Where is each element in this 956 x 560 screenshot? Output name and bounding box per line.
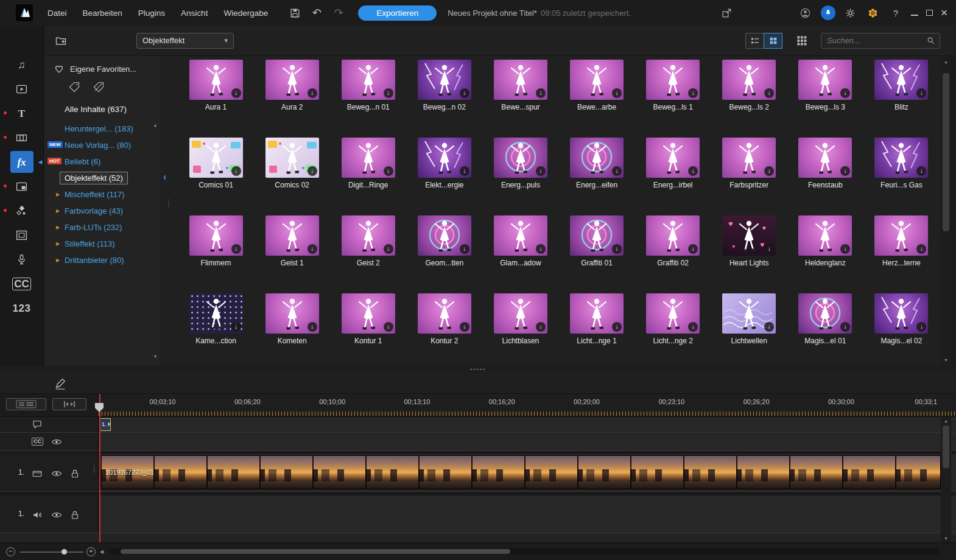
category-dropdown[interactable]: Objekteffekt ▾ <box>136 33 234 49</box>
timeline-ruler[interactable]: 00;03;1000;06;2000;10;0000;13;1000;16;20… <box>99 394 956 417</box>
category-beliebt[interactable]: HOTBeliebt (6) <box>44 153 151 170</box>
effect-item[interactable]: ↓Graffiti 02 <box>635 215 711 293</box>
download-icon[interactable]: ↓ <box>460 322 469 332</box>
scroll-down-icon[interactable]: ▼ <box>152 354 159 359</box>
effect-item[interactable]: ↓Lichtwellen <box>711 293 787 366</box>
timeline-scrollbar-horizontal[interactable] <box>110 548 939 555</box>
menu-bearbeiten[interactable]: Bearbeiten <box>83 9 122 18</box>
window-maximize-button[interactable] <box>926 10 933 16</box>
download-icon[interactable]: ↓ <box>231 244 241 254</box>
effect-thumbnail[interactable]: ↓ <box>722 60 776 100</box>
video-track-lane[interactable]: 1019167273_01 <box>99 454 941 491</box>
category-stileffekt[interactable]: ▶Stileffekt (113) <box>44 236 151 252</box>
download-icon[interactable]: ↓ <box>460 166 469 176</box>
effect-thumbnail[interactable]: ↓ <box>342 138 395 178</box>
effect-item[interactable]: ↓Beweg...ls 3 <box>787 60 863 138</box>
download-icon[interactable]: ↓ <box>612 322 622 332</box>
download-icon[interactable]: ↓ <box>612 244 622 254</box>
effect-thumbnail[interactable]: ↓ <box>646 215 700 256</box>
collapse-library-icon[interactable]: ‹ <box>163 172 166 183</box>
effect-item[interactable]: ↓Flimmern <box>178 215 254 293</box>
category-objekteffekt[interactable]: Objekteffekt (52) <box>44 170 151 186</box>
playhead[interactable] <box>99 394 100 542</box>
draw-tool-icon[interactable] <box>54 377 67 390</box>
effect-thumbnail[interactable]: ↓ <box>646 138 700 178</box>
save-icon[interactable] <box>287 5 302 20</box>
effect-item[interactable]: ↓Comics 01 <box>178 138 254 215</box>
eye-icon[interactable] <box>51 509 62 520</box>
effect-thumbnail[interactable]: ↓ <box>494 215 547 256</box>
list-view-button[interactable] <box>745 33 764 49</box>
effect-item[interactable]: ↓Energ...irbel <box>635 138 711 215</box>
room-button-title-room[interactable]: T <box>10 102 33 124</box>
download-icon[interactable]: ↓ <box>612 166 622 176</box>
window-close-button[interactable]: × <box>941 9 947 17</box>
effect-item[interactable]: ↓Kontur 1 <box>330 293 406 366</box>
effect-item[interactable]: ↓Aura 1 <box>178 60 254 138</box>
effect-thumbnail[interactable]: ↓ <box>189 60 243 100</box>
effect-item[interactable]: ↓Energ...eifen <box>558 138 634 215</box>
effect-item[interactable]: ↓Beweg...n 01 <box>330 60 406 138</box>
room-button-counter-room[interactable]: 123 <box>10 297 33 319</box>
room-button-media-room[interactable] <box>10 78 33 100</box>
effect-item[interactable]: ↓Elekt...ergie <box>406 138 482 215</box>
effect-item[interactable]: ↓Magis...el 01 <box>787 293 863 366</box>
category-drittanbieter[interactable]: ▶Drittanbieter (80) <box>44 252 151 268</box>
scroll-down-icon[interactable]: ▼ <box>941 536 951 541</box>
download-icon[interactable]: ↓ <box>231 88 241 98</box>
snap-to-clips-button[interactable] <box>52 398 86 410</box>
effect-item[interactable]: ↓Kometen <box>254 293 330 366</box>
marker-clip[interactable]: 1. K <box>100 418 111 431</box>
effect-item[interactable]: ↓Comics 02 <box>254 138 330 215</box>
download-icon[interactable]: ↓ <box>536 322 546 332</box>
effect-thumbnail[interactable]: ↓ <box>342 293 395 334</box>
scrollbar-thumb[interactable] <box>943 425 949 468</box>
download-icon[interactable]: ↓ <box>384 322 393 332</box>
eye-icon[interactable] <box>51 468 62 479</box>
download-icon[interactable]: ↓ <box>536 244 546 254</box>
effect-thumbnail[interactable]: ↓ <box>418 293 471 334</box>
favorites-section[interactable]: Eigene Favoriten... <box>54 63 136 74</box>
download-icon[interactable]: ↓ <box>231 166 241 176</box>
room-button-music-room[interactable]: ♫ <box>10 54 33 75</box>
import-media-button[interactable] <box>54 33 68 48</box>
menu-plugins[interactable]: Plugins <box>138 9 165 18</box>
scroll-up-icon[interactable]: ▲ <box>941 419 951 423</box>
effect-item[interactable]: ↓Kame...ction <box>178 293 254 366</box>
subtitle-track-icon[interactable]: CC <box>32 438 43 446</box>
effect-item[interactable]: ↓Geom...tten <box>406 215 482 293</box>
download-icon[interactable]: ↓ <box>460 88 469 98</box>
effect-item[interactable]: ↓Glam...adow <box>482 215 558 293</box>
download-icon[interactable]: ↓ <box>308 166 317 176</box>
undock-window-icon[interactable] <box>720 5 734 20</box>
effect-item[interactable]: ↓Aura 2 <box>254 60 330 138</box>
effect-thumbnail[interactable]: ↓ <box>265 138 319 178</box>
zoom-slider-handle[interactable] <box>62 549 67 555</box>
lock-icon[interactable] <box>69 468 80 479</box>
room-button-particle-room[interactable] <box>10 200 33 222</box>
comment-track-icon[interactable] <box>32 419 43 430</box>
scrollbar-thumb[interactable] <box>121 549 510 554</box>
menu-wiedergabe[interactable]: Wiedergabe <box>223 9 268 18</box>
effect-item[interactable]: ↓Lichtblasen <box>482 293 558 366</box>
effect-item[interactable]: ↓Kontur 2 <box>406 293 482 366</box>
effect-thumbnail[interactable]: ↓ <box>874 138 928 178</box>
effect-thumbnail[interactable]: ↓ <box>418 215 471 256</box>
effect-item[interactable]: ↓Bewe...arbe <box>558 60 634 138</box>
effect-thumbnail[interactable]: ♥♥♥♥↓ <box>722 215 776 256</box>
add-tag-icon[interactable] <box>68 81 80 93</box>
effect-item[interactable]: ↓Feenstaub <box>787 138 863 215</box>
zoom-out-button[interactable]: − <box>6 547 15 556</box>
download-icon[interactable]: ↓ <box>384 244 393 254</box>
scroll-up-icon[interactable]: ▲ <box>152 123 159 127</box>
download-icon[interactable]: ↓ <box>384 166 393 176</box>
effect-item[interactable]: ↓Graffiti 01 <box>558 215 634 293</box>
download-icon[interactable]: ↓ <box>384 88 393 98</box>
expand-arrow-icon[interactable]: ▶ <box>56 241 60 247</box>
effect-item[interactable]: ↓Feuri...s Gas <box>863 138 940 215</box>
effect-thumbnail[interactable]: ↓ <box>798 215 852 256</box>
room-button-frame-room[interactable] <box>10 224 33 246</box>
all-contents-item[interactable]: Alle Inhalte (637) <box>65 105 127 114</box>
effect-thumbnail[interactable]: ↓ <box>722 138 776 178</box>
zoom-in-button[interactable]: + <box>86 547 96 556</box>
